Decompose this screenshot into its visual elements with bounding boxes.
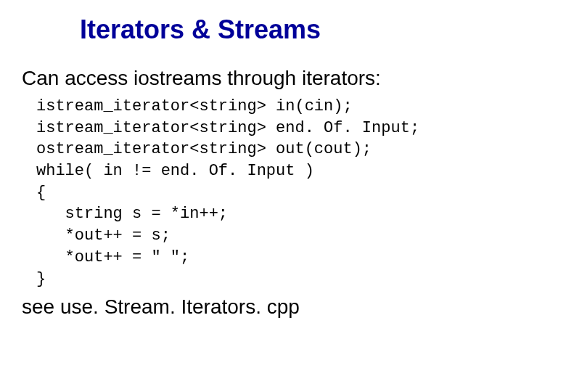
footer-note: see use. Stream. Iterators. cpp: [22, 295, 544, 319]
code-line: string s = *in++;: [36, 205, 228, 223]
code-line: istream_iterator<string> in(cin);: [36, 97, 353, 115]
code-line: }: [36, 270, 46, 288]
code-line: istream_iterator<string> end. Of. Input;: [36, 119, 419, 137]
code-line: ostream_iterator<string> out(cout);: [36, 140, 372, 158]
code-line: while( in != end. Of. Input ): [36, 162, 314, 180]
code-line: {: [36, 184, 46, 202]
code-line: *out++ = " ";: [36, 248, 189, 266]
page-title: Iterators & Streams: [80, 15, 544, 45]
code-line: *out++ = s;: [36, 226, 171, 245]
code-block: istream_iterator<string> in(cin); istrea…: [36, 96, 544, 290]
subtitle-text: Can access iostreams through iterators:: [22, 67, 544, 90]
